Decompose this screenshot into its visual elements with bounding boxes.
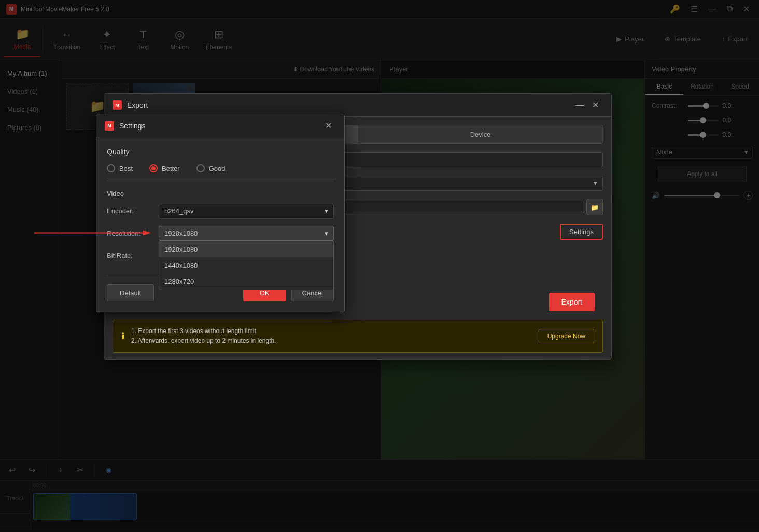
settings-button[interactable]: Settings: [560, 224, 603, 240]
quality-best[interactable]: Best: [107, 164, 133, 172]
settings-dialog: M Settings ✕ Quality Best Better Good Vi…: [96, 114, 345, 312]
quality-good[interactable]: Good: [196, 164, 226, 172]
encoder-value: h264_qsv: [164, 207, 193, 215]
settings-divider-1: [107, 181, 334, 181]
export-close-button[interactable]: ✕: [587, 97, 603, 113]
resolution-option-720p[interactable]: 1280x720: [159, 274, 333, 290]
resolution-option-1440x1080[interactable]: 1440x1080: [159, 257, 333, 274]
info-bar: ℹ 1. Export the first 3 videos without l…: [113, 320, 603, 353]
best-radio[interactable]: [107, 164, 115, 172]
quality-radio-group: Best Better Good: [107, 164, 334, 172]
best-label: Best: [119, 165, 133, 172]
browse-button[interactable]: 📁: [586, 199, 603, 215]
encoder-dropdown[interactable]: h264_qsv ▾: [159, 204, 334, 219]
resolution-field-wrapper: 1920x1080 ▾ 1920x1080 1440x1080 1280x720: [159, 226, 334, 241]
info-line-1: 1. Export the first 3 videos without len…: [131, 326, 532, 336]
resolution-dropdown-open: 1920x1080 1440x1080 1280x720: [159, 241, 334, 290]
bitrate-label: Bit Rate:: [107, 252, 159, 260]
video-section: Video Encoder: h264_qsv ▾ Resolution:: [107, 190, 334, 263]
export-modal-title: Export: [127, 101, 572, 109]
default-button[interactable]: Default: [107, 284, 154, 301]
resolution-dropdown-trigger[interactable]: 1920x1080 ▾: [159, 226, 334, 241]
quality-better[interactable]: Better: [149, 164, 180, 172]
video-section-title: Video: [107, 190, 334, 197]
format-chevron-icon: ▾: [594, 179, 597, 187]
encoder-label: Encoder:: [107, 207, 159, 215]
settings-body: Quality Best Better Good Video Encoder: …: [96, 137, 344, 312]
quality-section-title: Quality: [107, 148, 334, 156]
export-modal-header: M Export — ✕: [104, 94, 611, 117]
encoder-field-row: Encoder: h264_qsv ▾: [107, 204, 334, 219]
settings-title: Settings: [119, 122, 320, 130]
settings-close-button[interactable]: ✕: [320, 118, 336, 134]
better-label: Better: [162, 165, 180, 172]
resolution-option-1080p[interactable]: 1920x1080: [159, 241, 333, 257]
better-radio[interactable]: [149, 164, 158, 172]
info-text: 1. Export the first 3 videos without len…: [131, 326, 532, 346]
good-radio[interactable]: [196, 164, 205, 172]
encoder-chevron-icon: ▾: [325, 207, 328, 215]
upgrade-button[interactable]: Upgrade Now: [539, 329, 594, 343]
resolution-selected-value: 1920x1080: [164, 229, 198, 237]
info-icon: ℹ: [121, 330, 125, 342]
export-main-button[interactable]: Export: [549, 293, 595, 311]
resolution-field-row-settings: Resolution: 1920x1080 ▾ 1920x1080: [107, 226, 334, 241]
resolution-chevron-icon: ▾: [325, 229, 328, 237]
settings-header: M Settings ✕: [96, 114, 344, 137]
good-label: Good: [209, 165, 226, 172]
resolution-label-settings: Resolution:: [107, 229, 159, 237]
export-minimize-button[interactable]: —: [572, 97, 587, 113]
settings-logo: M: [105, 121, 114, 131]
tab-device[interactable]: Device: [358, 125, 603, 144]
export-logo: M: [113, 100, 122, 110]
info-line-2: 2. Afterwards, export video up to 2 minu…: [131, 336, 532, 346]
